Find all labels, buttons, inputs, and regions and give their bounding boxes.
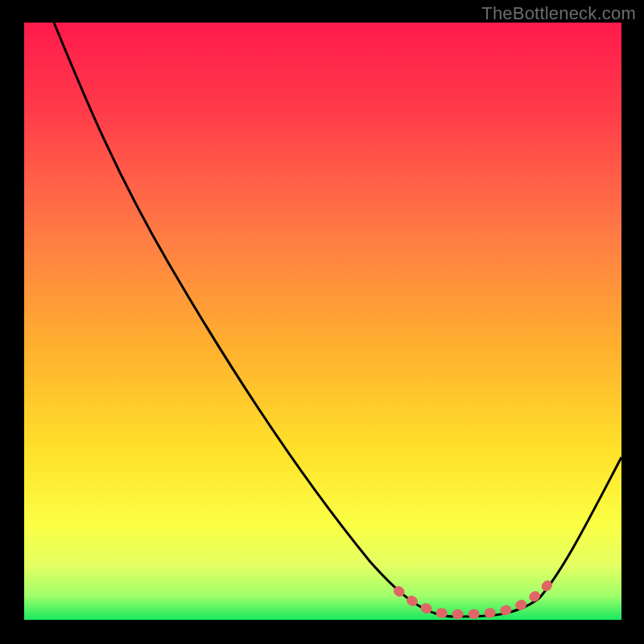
- watermark-text: TheBottleneck.com: [481, 3, 636, 24]
- gradient-background: [24, 23, 621, 620]
- chart-container: TheBottleneck.com: [0, 0, 644, 644]
- bottleneck-chart: [24, 23, 621, 620]
